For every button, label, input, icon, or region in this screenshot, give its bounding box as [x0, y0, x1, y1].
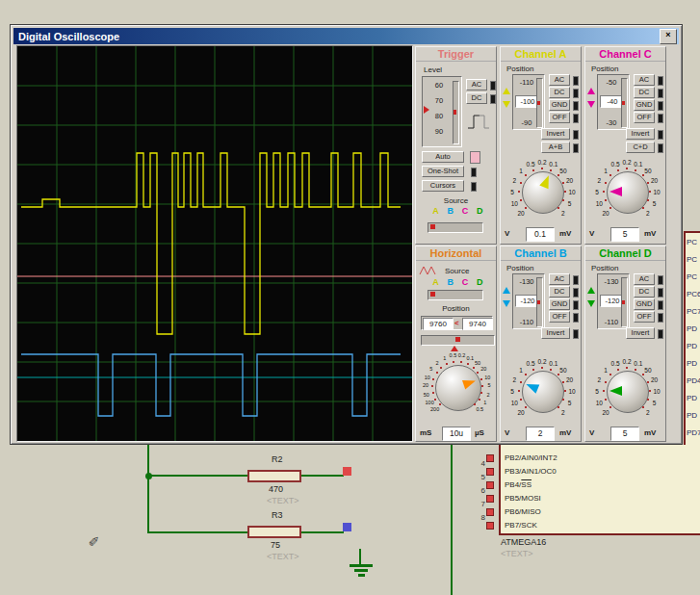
part-ref[interactable]: R3 — [272, 510, 283, 520]
off-button[interactable]: OFF — [634, 112, 655, 123]
trigger-level-track[interactable] — [453, 81, 459, 144]
trigger-auto-button[interactable]: Auto — [422, 151, 464, 163]
invert-button[interactable]: Invert — [626, 327, 655, 339]
knob-scale-label: 10 — [568, 388, 575, 395]
part-value[interactable]: 470 — [269, 484, 283, 494]
position-down-arrow[interactable] — [503, 101, 510, 108]
horizontal-position-slider[interactable] — [421, 335, 495, 346]
combine-button[interactable]: A+B — [541, 142, 570, 153]
scale-knob[interactable]: 20105210.50.20.150201052 — [585, 358, 667, 424]
trigger-cursors-button[interactable]: Cursors — [422, 180, 464, 192]
resistor-r2[interactable] — [247, 470, 301, 482]
ac-button[interactable]: AC — [549, 273, 570, 285]
position-thumb[interactable] — [622, 300, 625, 304]
chip-pin-row[interactable]: 6 PB5/MOSI — [470, 492, 691, 505]
position-up-arrow[interactable] — [587, 287, 595, 294]
trigger-oneshot-button[interactable]: One-Shot — [422, 166, 464, 177]
timebase-knob[interactable]: 2001005020105210.50.20.15020105210.5 — [416, 352, 498, 424]
combine-button[interactable]: C+D — [626, 142, 655, 153]
pin-connection-box[interactable] — [486, 468, 494, 476]
position-up-arrow[interactable] — [503, 88, 510, 94]
trigger-ac-button[interactable]: AC — [466, 79, 487, 91]
ac-button[interactable]: AC — [634, 74, 655, 86]
pin-connection-box[interactable] — [486, 454, 494, 462]
source-a[interactable]: A — [429, 206, 442, 216]
source-b[interactable]: B — [444, 277, 456, 287]
knob-scale-label: 1 — [604, 168, 608, 174]
gnd-button[interactable]: GND — [634, 298, 655, 310]
pin-connection-box[interactable] — [486, 522, 494, 530]
chip-pin-row[interactable]: 7 PB6/MISO — [470, 505, 691, 519]
source-d[interactable]: D — [474, 277, 486, 287]
resistor-r3[interactable] — [247, 526, 301, 538]
source-b[interactable]: B — [444, 206, 456, 216]
position-thumb[interactable] — [622, 101, 625, 105]
chip-pin-row[interactable]: 5 PB4/SS — [470, 479, 691, 492]
dc-button[interactable]: DC — [634, 286, 655, 298]
invert-button[interactable]: Invert — [541, 128, 570, 140]
part-value[interactable]: 75 — [271, 540, 280, 550]
position-down-arrow[interactable] — [503, 300, 510, 307]
horizontal-source-thumb[interactable] — [430, 292, 435, 297]
trigger-source-options[interactable]: A B C D — [429, 206, 486, 216]
chip-pin-row[interactable]: 4 PB3/AIN1/OC0 — [470, 465, 691, 479]
pin-connection-box[interactable] — [486, 495, 494, 503]
position-down-arrow[interactable] — [587, 300, 595, 307]
gnd-button[interactable]: GND — [634, 99, 655, 111]
window-close-button[interactable]: × — [660, 29, 677, 44]
trigger-dc-button[interactable]: DC — [466, 92, 487, 104]
scale-knob[interactable]: 20105210.50.20.150201052 — [501, 358, 583, 424]
scale-value: 2 — [526, 427, 555, 441]
off-button[interactable]: OFF — [549, 311, 570, 323]
position-track[interactable] — [621, 78, 628, 128]
invert-button[interactable]: Invert — [541, 327, 570, 339]
pin-connection-box[interactable] — [486, 481, 494, 489]
position-slider[interactable]: -130 -120 -110 — [512, 273, 545, 329]
position-thumb[interactable] — [537, 101, 540, 105]
ac-button[interactable]: AC — [549, 74, 570, 86]
trigger-level-thumb[interactable] — [454, 110, 456, 115]
scale-knob[interactable]: 20105210.50.20.150201052 — [501, 159, 583, 224]
scale-knob[interactable]: 20105210.50.20.150201052 — [585, 159, 667, 224]
source-a[interactable]: A — [429, 277, 442, 287]
position-track[interactable] — [536, 78, 543, 128]
position-thumb[interactable] — [537, 300, 540, 304]
gnd-button[interactable]: GND — [549, 298, 570, 310]
chip-pin-row[interactable]: 8 PB7/SCK — [470, 519, 691, 532]
trigger-source-thumb[interactable] — [430, 224, 435, 229]
dc-button[interactable]: DC — [549, 87, 570, 98]
window-titlebar[interactable]: Digital Oscilloscope × — [13, 28, 679, 44]
off-button[interactable]: OFF — [549, 112, 570, 123]
dc-button[interactable]: DC — [634, 87, 655, 98]
trigger-source-slider[interactable] — [428, 222, 483, 233]
source-d[interactable]: D — [474, 206, 486, 216]
chip-pin-row[interactable]: PB2/AIN0/INT2 — [470, 452, 691, 465]
position-up-arrow[interactable] — [587, 88, 595, 94]
horizontal-source-slider[interactable] — [428, 290, 483, 300]
trigger-edge-selector[interactable] — [466, 109, 491, 134]
position-slider[interactable]: -130 -120 -110 — [597, 273, 630, 329]
part-ref[interactable]: R2 — [272, 454, 283, 464]
position-up-arrow[interactable] — [503, 287, 510, 294]
ac-button[interactable]: AC — [634, 273, 655, 285]
horizontal-position-thumb[interactable] — [455, 337, 460, 342]
position-slider[interactable]: -50 -40 -30 — [597, 74, 630, 130]
dc-button[interactable]: DC — [549, 286, 570, 298]
position-slider[interactable]: -110 -100 -90 — [512, 74, 545, 130]
source-c[interactable]: C — [458, 206, 471, 216]
position-track[interactable] — [621, 277, 628, 327]
off-button[interactable]: OFF — [634, 311, 655, 323]
ground-symbol[interactable] — [350, 564, 373, 567]
knob-tick — [481, 385, 483, 387]
source-c[interactable]: C — [458, 277, 471, 287]
gnd-button[interactable]: GND — [549, 99, 570, 111]
knob-tick — [532, 369, 534, 371]
invert-indicator — [658, 329, 663, 339]
chip-name[interactable]: ATMEGA16 — [501, 537, 546, 547]
position-down-arrow[interactable] — [587, 101, 595, 108]
pin-connection-box[interactable] — [486, 508, 494, 516]
trigger-level-slider[interactable]: 60 70 80 90 — [422, 76, 462, 147]
horizontal-source-options[interactable]: A B C D — [429, 277, 486, 287]
position-track[interactable] — [536, 277, 543, 327]
invert-button[interactable]: Invert — [626, 128, 655, 140]
